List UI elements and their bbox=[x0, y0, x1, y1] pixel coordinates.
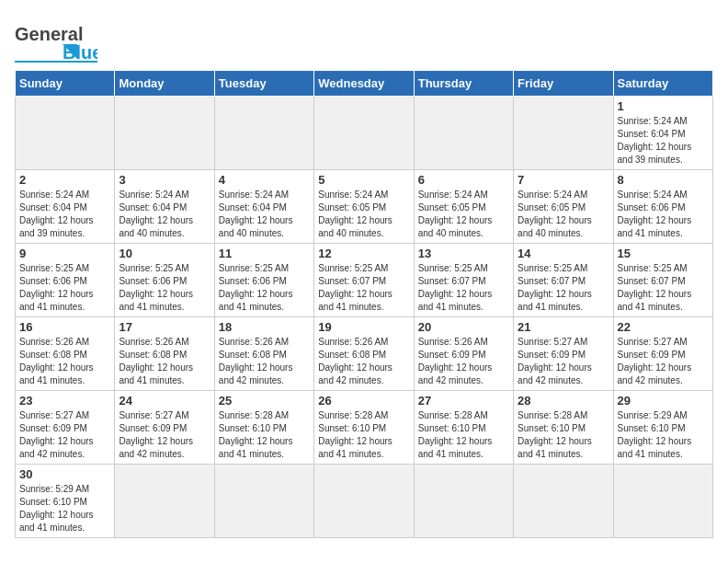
calendar-week-row: 30Sunrise: 5:29 AM Sunset: 6:10 PM Dayli… bbox=[16, 465, 713, 538]
calendar-header-saturday: Saturday bbox=[613, 71, 712, 97]
calendar-cell: 6Sunrise: 5:24 AM Sunset: 6:05 PM Daylig… bbox=[414, 170, 513, 244]
calendar-cell: 25Sunrise: 5:28 AM Sunset: 6:10 PM Dayli… bbox=[214, 391, 313, 465]
day-number: 15 bbox=[618, 247, 709, 260]
day-info: Sunrise: 5:25 AM Sunset: 6:07 PM Dayligh… bbox=[318, 262, 409, 314]
header: General Blue bbox=[15, 15, 713, 63]
day-info: Sunrise: 5:24 AM Sunset: 6:04 PM Dayligh… bbox=[119, 189, 210, 240]
day-info: Sunrise: 5:26 AM Sunset: 6:08 PM Dayligh… bbox=[119, 336, 210, 387]
calendar-cell: 23Sunrise: 5:27 AM Sunset: 6:09 PM Dayli… bbox=[16, 391, 115, 465]
calendar-cell bbox=[214, 97, 313, 170]
day-number: 11 bbox=[219, 247, 310, 260]
day-number: 21 bbox=[518, 320, 609, 334]
day-info: Sunrise: 5:26 AM Sunset: 6:08 PM Dayligh… bbox=[219, 336, 310, 387]
calendar-cell: 7Sunrise: 5:24 AM Sunset: 6:05 PM Daylig… bbox=[514, 170, 613, 244]
calendar-cell bbox=[214, 465, 313, 538]
day-number: 8 bbox=[618, 173, 709, 187]
day-info: Sunrise: 5:24 AM Sunset: 6:05 PM Dayligh… bbox=[418, 189, 509, 240]
day-info: Sunrise: 5:26 AM Sunset: 6:09 PM Dayligh… bbox=[418, 336, 509, 387]
calendar-cell: 24Sunrise: 5:27 AM Sunset: 6:09 PM Dayli… bbox=[115, 391, 214, 465]
calendar-cell: 18Sunrise: 5:26 AM Sunset: 6:08 PM Dayli… bbox=[214, 317, 313, 391]
day-info: Sunrise: 5:24 AM Sunset: 6:06 PM Dayligh… bbox=[618, 189, 709, 240]
calendar-cell: 12Sunrise: 5:25 AM Sunset: 6:07 PM Dayli… bbox=[314, 244, 414, 317]
calendar-cell bbox=[16, 97, 115, 170]
calendar-week-row: 2Sunrise: 5:24 AM Sunset: 6:04 PM Daylig… bbox=[16, 170, 713, 244]
day-info: Sunrise: 5:26 AM Sunset: 6:08 PM Dayligh… bbox=[318, 336, 409, 387]
day-info: Sunrise: 5:24 AM Sunset: 6:04 PM Dayligh… bbox=[618, 115, 709, 167]
day-info: Sunrise: 5:24 AM Sunset: 6:05 PM Dayligh… bbox=[518, 189, 609, 240]
day-number: 2 bbox=[19, 173, 110, 187]
day-info: Sunrise: 5:24 AM Sunset: 6:04 PM Dayligh… bbox=[219, 189, 310, 240]
calendar-cell bbox=[613, 465, 712, 538]
day-number: 22 bbox=[618, 320, 709, 334]
calendar-cell: 15Sunrise: 5:25 AM Sunset: 6:07 PM Dayli… bbox=[613, 244, 712, 317]
calendar-week-row: 9Sunrise: 5:25 AM Sunset: 6:06 PM Daylig… bbox=[16, 244, 713, 317]
day-number: 24 bbox=[119, 394, 210, 408]
day-number: 9 bbox=[19, 247, 110, 260]
day-number: 16 bbox=[19, 320, 110, 334]
day-info: Sunrise: 5:24 AM Sunset: 6:04 PM Dayligh… bbox=[19, 189, 110, 240]
calendar-cell: 29Sunrise: 5:29 AM Sunset: 6:10 PM Dayli… bbox=[613, 391, 712, 465]
day-info: Sunrise: 5:29 AM Sunset: 6:10 PM Dayligh… bbox=[19, 483, 110, 534]
calendar-cell bbox=[314, 465, 414, 538]
calendar-week-row: 23Sunrise: 5:27 AM Sunset: 6:09 PM Dayli… bbox=[16, 391, 713, 465]
day-info: Sunrise: 5:25 AM Sunset: 6:07 PM Dayligh… bbox=[618, 262, 709, 314]
calendar-cell bbox=[414, 465, 513, 538]
day-number: 26 bbox=[318, 394, 409, 408]
day-number: 27 bbox=[418, 394, 509, 408]
day-number: 1 bbox=[618, 99, 709, 113]
calendar-cell bbox=[414, 97, 513, 170]
day-info: Sunrise: 5:28 AM Sunset: 6:10 PM Dayligh… bbox=[219, 409, 310, 461]
day-number: 7 bbox=[518, 173, 609, 187]
day-number: 12 bbox=[318, 247, 409, 260]
calendar-cell: 16Sunrise: 5:26 AM Sunset: 6:08 PM Dayli… bbox=[16, 317, 115, 391]
calendar-cell: 30Sunrise: 5:29 AM Sunset: 6:10 PM Dayli… bbox=[16, 465, 115, 538]
calendar-cell: 3Sunrise: 5:24 AM Sunset: 6:04 PM Daylig… bbox=[115, 170, 214, 244]
calendar-cell bbox=[514, 465, 613, 538]
generalblue-logo: General Blue bbox=[15, 15, 97, 63]
calendar-body: 1Sunrise: 5:24 AM Sunset: 6:04 PM Daylig… bbox=[16, 97, 713, 538]
calendar-header-thursday: Thursday bbox=[414, 71, 513, 97]
day-number: 30 bbox=[19, 467, 110, 481]
calendar-header-friday: Friday bbox=[514, 71, 613, 97]
day-number: 20 bbox=[418, 320, 509, 334]
calendar-header-tuesday: Tuesday bbox=[214, 71, 313, 97]
calendar-cell bbox=[514, 97, 613, 170]
day-number: 3 bbox=[119, 173, 210, 187]
day-number: 23 bbox=[19, 394, 110, 408]
day-info: Sunrise: 5:28 AM Sunset: 6:10 PM Dayligh… bbox=[318, 409, 409, 461]
calendar-cell: 19Sunrise: 5:26 AM Sunset: 6:08 PM Dayli… bbox=[314, 317, 414, 391]
day-info: Sunrise: 5:27 AM Sunset: 6:09 PM Dayligh… bbox=[518, 336, 609, 387]
calendar-header-monday: Monday bbox=[115, 71, 214, 97]
calendar-cell bbox=[314, 97, 414, 170]
day-number: 6 bbox=[418, 173, 509, 187]
calendar-cell: 22Sunrise: 5:27 AM Sunset: 6:09 PM Dayli… bbox=[613, 317, 712, 391]
day-info: Sunrise: 5:25 AM Sunset: 6:06 PM Dayligh… bbox=[119, 262, 210, 314]
calendar-cell: 11Sunrise: 5:25 AM Sunset: 6:06 PM Dayli… bbox=[214, 244, 313, 317]
calendar-table: SundayMondayTuesdayWednesdayThursdayFrid… bbox=[15, 70, 713, 538]
calendar-week-row: 1Sunrise: 5:24 AM Sunset: 6:04 PM Daylig… bbox=[16, 97, 713, 170]
calendar-cell: 1Sunrise: 5:24 AM Sunset: 6:04 PM Daylig… bbox=[613, 97, 712, 170]
day-info: Sunrise: 5:25 AM Sunset: 6:06 PM Dayligh… bbox=[219, 262, 310, 314]
svg-rect-3 bbox=[15, 61, 97, 63]
calendar-week-row: 16Sunrise: 5:26 AM Sunset: 6:08 PM Dayli… bbox=[16, 317, 713, 391]
calendar-cell: 5Sunrise: 5:24 AM Sunset: 6:05 PM Daylig… bbox=[314, 170, 414, 244]
calendar-cell: 27Sunrise: 5:28 AM Sunset: 6:10 PM Dayli… bbox=[414, 391, 513, 465]
day-number: 4 bbox=[219, 173, 310, 187]
calendar-cell bbox=[115, 97, 214, 170]
day-info: Sunrise: 5:27 AM Sunset: 6:09 PM Dayligh… bbox=[19, 409, 110, 461]
day-info: Sunrise: 5:27 AM Sunset: 6:09 PM Dayligh… bbox=[618, 336, 709, 387]
day-info: Sunrise: 5:25 AM Sunset: 6:07 PM Dayligh… bbox=[418, 262, 509, 314]
day-number: 28 bbox=[518, 394, 609, 408]
day-info: Sunrise: 5:26 AM Sunset: 6:08 PM Dayligh… bbox=[19, 336, 110, 387]
day-number: 19 bbox=[318, 320, 409, 334]
calendar-cell: 20Sunrise: 5:26 AM Sunset: 6:09 PM Dayli… bbox=[414, 317, 513, 391]
day-number: 17 bbox=[119, 320, 210, 334]
calendar-cell: 28Sunrise: 5:28 AM Sunset: 6:10 PM Dayli… bbox=[514, 391, 613, 465]
calendar-cell: 10Sunrise: 5:25 AM Sunset: 6:06 PM Dayli… bbox=[115, 244, 214, 317]
calendar-cell: 9Sunrise: 5:25 AM Sunset: 6:06 PM Daylig… bbox=[16, 244, 115, 317]
calendar-cell: 2Sunrise: 5:24 AM Sunset: 6:04 PM Daylig… bbox=[16, 170, 115, 244]
calendar-cell bbox=[115, 465, 214, 538]
calendar-header-wednesday: Wednesday bbox=[314, 71, 414, 97]
calendar-cell: 13Sunrise: 5:25 AM Sunset: 6:07 PM Dayli… bbox=[414, 244, 513, 317]
day-info: Sunrise: 5:28 AM Sunset: 6:10 PM Dayligh… bbox=[518, 409, 609, 461]
